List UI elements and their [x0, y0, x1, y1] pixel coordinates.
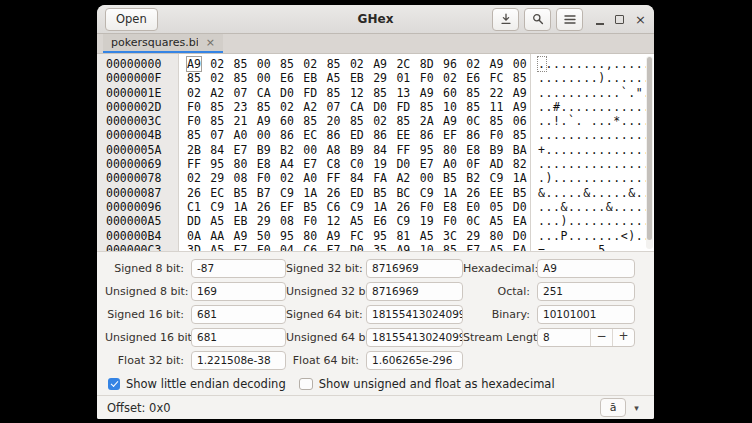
- header-bar: Open GHex ×: [97, 5, 654, 34]
- float-32-bit-field[interactable]: 1.221508e-38: [191, 351, 286, 370]
- close-button[interactable]: ×: [635, 13, 646, 26]
- offset-label: 00000069: [106, 157, 178, 171]
- scrollbar-thumb[interactable]: [647, 57, 652, 240]
- ascii-row[interactable]: ...P.......<)..: [538, 229, 654, 243]
- binary-label: Binary:: [463, 308, 537, 321]
- hex-row[interactable]: 02 29 08 F0 02 A0 FF 84 FA A2 00 B5 B2 C…: [187, 171, 530, 185]
- ascii-cursor[interactable]: .: [538, 57, 546, 71]
- stream-length-label: Stream Length:: [463, 331, 537, 344]
- statusbar-actions: ā ▾: [600, 398, 644, 417]
- signed-64-bit-field[interactable]: 181554130240996: [366, 305, 463, 324]
- hex-row[interactable]: 26 EC B5 B7 C9 1A 26 ED B5 BC C9 1A 26 E…: [187, 186, 530, 200]
- unsigned-16-bit-field[interactable]: 681: [191, 328, 286, 347]
- minimize-button[interactable]: [596, 14, 604, 25]
- hex-display-label: Show unsigned and float as hexadecimal: [319, 377, 555, 391]
- ascii-row[interactable]: ...........`.".: [538, 86, 654, 100]
- hamburger-menu-icon: [564, 14, 576, 25]
- hex-row[interactable]: 2B 84 E7 B9 B2 00 A8 B9 84 FF 95 80 E8 B…: [187, 143, 530, 157]
- little-endian-label: Show little endian decoding: [126, 377, 286, 391]
- char-mode-icon: ā: [610, 401, 617, 414]
- statusbar-dropdown-button[interactable]: ▾: [629, 403, 644, 413]
- hex-row[interactable]: C1 C9 1A 26 EF B5 C6 C9 1A 26 F0 E8 E0 0…: [187, 200, 530, 214]
- signed-16-bit-field[interactable]: 681: [191, 305, 286, 324]
- spin-decrement-button[interactable]: −: [590, 329, 612, 346]
- offset-label: 00000096: [106, 200, 178, 214]
- hex-row[interactable]: DD A5 EB 29 08 F0 12 A5 E6 C9 19 F0 0C A…: [187, 214, 530, 228]
- unsigned-16-bit-label: Unsigned 16 bit:: [105, 331, 191, 344]
- open-button[interactable]: Open: [105, 8, 158, 31]
- float-64-bit-field[interactable]: 1.606265e-296: [366, 351, 463, 370]
- ghex-window: Open GHex ×: [97, 5, 654, 419]
- main-menu-button[interactable]: [556, 8, 583, 31]
- ascii-row[interactable]: &.....&.....&..: [538, 186, 654, 200]
- signed-64-bit-label: Signed 64 bit:: [286, 308, 366, 321]
- offset-label: 0000004B: [106, 128, 178, 142]
- hex-display-checkbox[interactable]: [299, 378, 313, 390]
- ascii-row[interactable]: .........,.....: [538, 57, 654, 71]
- little-endian-option[interactable]: Show little endian decoding: [108, 377, 286, 391]
- spin-increment-button[interactable]: +: [612, 329, 634, 346]
- hex-row[interactable]: 3D A5 F7 F0 04 C6 F7 D0 35 A9 10 85 F7 A…: [187, 243, 530, 251]
- hex-column[interactable]: A9 02 85 00 85 02 85 02 A9 2C 8D 96 02 A…: [179, 54, 530, 251]
- search-icon: [532, 13, 544, 25]
- hex-display-option[interactable]: Show unsigned and float as hexadecimal: [299, 377, 555, 391]
- hex-row[interactable]: 02 A2 07 CA D0 FD 85 12 85 13 A9 60 85 2…: [187, 86, 530, 100]
- offset-label: 0000003C: [106, 114, 178, 128]
- save-download-icon: [500, 13, 512, 25]
- find-button[interactable]: [524, 8, 551, 31]
- tab-bar: pokersquares.bin ×: [97, 34, 654, 54]
- signed-32-bit-label: Signed 32 bit:: [286, 262, 366, 275]
- offset-label: 0000002D: [106, 100, 178, 114]
- ascii-row[interactable]: ..#............: [538, 100, 654, 114]
- tab-close-icon[interactable]: ×: [206, 37, 215, 48]
- offsets-column: 000000000000000F0000001E0000002D0000003C…: [97, 54, 179, 251]
- save-button[interactable]: [492, 8, 519, 31]
- unsigned-32-bit-field[interactable]: 8716969: [366, 282, 463, 301]
- ascii-row[interactable]: ...)...........: [538, 214, 654, 228]
- ascii-row[interactable]: =.......5......: [538, 243, 654, 251]
- hex-cursor[interactable]: A9: [187, 57, 201, 71]
- hexadecimal-field[interactable]: A9: [537, 259, 635, 278]
- ascii-column[interactable]: .........,.............)................…: [530, 54, 654, 251]
- ascii-row[interactable]: ...&.....&.....: [538, 200, 654, 214]
- hex-row[interactable]: F0 85 21 A9 60 85 20 85 02 85 2A A9 0C 8…: [187, 114, 530, 128]
- conversions-panel: Signed 8 bit:-87Signed 32 bit:8716969Hex…: [97, 251, 654, 373]
- unsigned-8-bit-field[interactable]: 169: [191, 282, 286, 301]
- signed-8-bit-field[interactable]: -87: [191, 259, 286, 278]
- hex-row[interactable]: A9 02 85 00 85 02 85 02 A9 2C 8D 96 02 A…: [187, 57, 530, 71]
- ascii-row[interactable]: ...............: [538, 157, 654, 171]
- vertical-scrollbar[interactable]: [646, 56, 653, 249]
- float-64-bit-label: Float 64 bit:: [286, 354, 366, 367]
- offset-label: 000000C3: [106, 243, 178, 251]
- hex-row[interactable]: F0 85 23 85 02 A2 07 CA D0 FD 85 10 85 1…: [187, 100, 530, 114]
- hexadecimal-label: Hexadecimal:: [463, 262, 537, 275]
- unsigned-64-bit-field[interactable]: 181554130240996: [366, 328, 463, 347]
- offset-label: 000000A5: [106, 214, 178, 228]
- ascii-row[interactable]: ..!.`. ...*....: [538, 114, 654, 128]
- octal-field[interactable]: 251: [537, 282, 635, 301]
- hex-row[interactable]: 85 07 A0 00 86 EC 86 ED 86 EE 86 EF 86 F…: [187, 128, 530, 142]
- hex-row[interactable]: FF 95 80 E8 A4 E7 C8 C0 19 D0 E7 A0 0F A…: [187, 157, 530, 171]
- ascii-row[interactable]: ...............: [538, 128, 654, 142]
- header-actions: ×: [492, 8, 646, 31]
- unsigned-64-bit-label: Unsigned 64 bit:: [286, 331, 366, 344]
- little-endian-checkbox[interactable]: [108, 378, 120, 390]
- offset-label: 00000087: [106, 186, 178, 200]
- options-row: Show little endian decoding Show unsigne…: [97, 373, 654, 395]
- hex-row[interactable]: 0A AA A9 50 95 80 A9 FC 95 81 A5 3C 29 8…: [187, 229, 530, 243]
- character-table-button[interactable]: ā: [600, 398, 626, 417]
- signed-32-bit-field[interactable]: 8716969: [366, 259, 463, 278]
- maximize-button[interactable]: [615, 15, 624, 24]
- ascii-row[interactable]: .).............: [538, 171, 654, 185]
- hex-row[interactable]: 85 02 85 00 E6 EB A5 EB 29 01 F0 02 E6 F…: [187, 71, 530, 85]
- binary-field[interactable]: 10101001: [537, 305, 635, 324]
- ascii-row[interactable]: +..............: [538, 143, 654, 157]
- ascii-row[interactable]: ........)......: [538, 71, 654, 85]
- octal-label: Octal:: [463, 285, 537, 298]
- unsigned-32-bit-label: Unsigned 32 bit:: [286, 285, 366, 298]
- stream-length-value[interactable]: 8: [538, 329, 590, 346]
- tab-pokersquares[interactable]: pokersquares.bin ×: [103, 34, 223, 53]
- float-32-bit-label: Float 32 bit:: [105, 354, 191, 367]
- offset-label: 0000001E: [106, 86, 178, 100]
- stream-length-spinbutton[interactable]: 8−+: [537, 328, 635, 347]
